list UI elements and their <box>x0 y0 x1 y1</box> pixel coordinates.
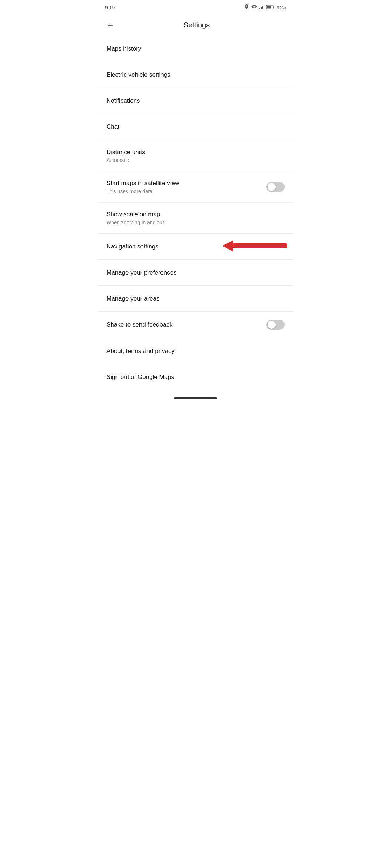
settings-item-title: Start maps in satellite view <box>106 179 261 187</box>
page-title: Settings <box>120 21 273 29</box>
wifi-icon <box>251 5 257 10</box>
location-icon <box>244 4 249 11</box>
settings-item-satellite-view[interactable]: Start maps in satellite view This uses m… <box>98 171 293 203</box>
svg-rect-6 <box>267 6 271 8</box>
settings-item-shake-feedback[interactable]: Shake to send feedback <box>98 312 293 338</box>
settings-list: Maps history Electric vehicle settings N… <box>98 36 293 390</box>
bottom-bar <box>98 393 293 407</box>
settings-item-title: Distance units <box>106 148 285 156</box>
settings-item-content: Start maps in satellite view This uses m… <box>106 179 261 194</box>
settings-item-content: Manage your preferences <box>106 269 285 277</box>
settings-item-title: Notifications <box>106 97 285 105</box>
settings-item-sign-out[interactable]: Sign out of Google Maps <box>98 364 293 390</box>
battery-percent: 62% <box>277 5 286 10</box>
settings-item-notifications[interactable]: Notifications <box>98 88 293 114</box>
settings-item-content: Maps history <box>106 45 285 53</box>
svg-marker-8 <box>222 240 233 252</box>
settings-item-title: Shake to send feedback <box>106 321 261 329</box>
settings-item-title: About, terms and privacy <box>106 347 285 355</box>
back-arrow-icon: ← <box>106 21 114 30</box>
signal-icon <box>259 5 264 10</box>
shake-feedback-toggle[interactable] <box>266 320 285 330</box>
settings-item-maps-history[interactable]: Maps history <box>98 36 293 62</box>
settings-item-title: Manage your areas <box>106 295 285 303</box>
settings-item-subtitle: This uses more data <box>106 188 261 194</box>
svg-rect-3 <box>264 5 264 9</box>
settings-item-electric-vehicle[interactable]: Electric vehicle settings <box>98 62 293 88</box>
settings-item-subtitle: Automatic <box>106 157 285 163</box>
home-indicator <box>174 397 217 399</box>
toggle-track <box>266 320 285 330</box>
settings-item-manage-preferences[interactable]: Manage your preferences <box>98 260 293 286</box>
toggle-thumb <box>268 321 276 329</box>
svg-rect-1 <box>261 7 262 9</box>
battery-icon <box>266 5 274 10</box>
svg-rect-0 <box>259 8 260 9</box>
settings-item-title: Show scale on map <box>106 210 285 218</box>
settings-item-distance-units[interactable]: Distance units Automatic <box>98 140 293 171</box>
settings-item-about-terms[interactable]: About, terms and privacy <box>98 338 293 364</box>
status-time: 9:19 <box>105 5 115 10</box>
settings-item-content: Notifications <box>106 97 285 105</box>
status-icons: 62% <box>244 4 286 11</box>
settings-item-navigation-settings[interactable]: Navigation settings <box>98 234 293 260</box>
settings-item-content: Show scale on map When zooming in and ou… <box>106 210 285 225</box>
settings-item-content: Shake to send feedback <box>106 321 261 329</box>
red-arrow-annotation <box>208 238 287 255</box>
settings-item-content: Manage your areas <box>106 295 285 303</box>
settings-item-content: Sign out of Google Maps <box>106 373 285 381</box>
settings-item-title: Manage your preferences <box>106 269 285 277</box>
settings-item-title: Maps history <box>106 45 285 53</box>
settings-item-content: Electric vehicle settings <box>106 71 285 79</box>
settings-header: ← Settings <box>98 14 293 36</box>
settings-item-content: Chat <box>106 123 285 131</box>
svg-rect-2 <box>262 6 263 9</box>
satellite-view-toggle[interactable] <box>266 182 285 192</box>
settings-item-manage-areas[interactable]: Manage your areas <box>98 286 293 312</box>
svg-rect-5 <box>273 7 274 8</box>
settings-item-content: About, terms and privacy <box>106 347 285 355</box>
settings-item-show-scale[interactable]: Show scale on map When zooming in and ou… <box>98 203 293 234</box>
settings-item-chat[interactable]: Chat <box>98 114 293 140</box>
settings-item-content: Distance units Automatic <box>106 148 285 163</box>
status-bar: 9:19 <box>98 0 293 14</box>
toggle-thumb <box>268 183 276 191</box>
settings-item-title: Sign out of Google Maps <box>106 373 285 381</box>
settings-item-title: Chat <box>106 123 285 131</box>
settings-item-subtitle: When zooming in and out <box>106 220 285 225</box>
back-button[interactable]: ← <box>104 18 117 33</box>
toggle-track <box>266 182 285 192</box>
settings-item-title: Electric vehicle settings <box>106 71 285 79</box>
